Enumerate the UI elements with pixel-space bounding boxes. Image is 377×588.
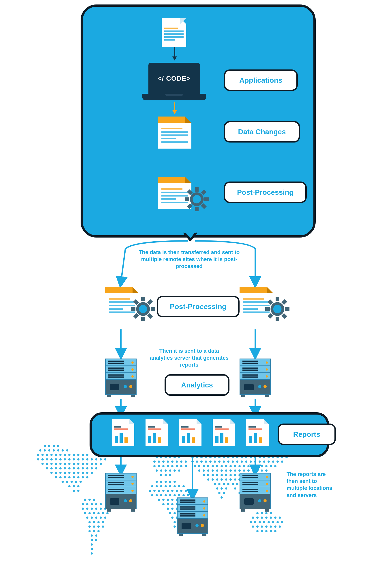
report-doc-icon [246, 419, 269, 446]
distribution-server [240, 473, 271, 512]
caption-transfer: The data is then transferred and sent to… [137, 249, 242, 270]
report-doc-icon [112, 419, 134, 446]
gear-icon [134, 300, 152, 318]
label-analytics: Analytics [165, 374, 229, 396]
report-doc-icon [145, 419, 168, 446]
caption-distribute: The reports are then sent to multiple lo… [287, 471, 336, 499]
caption-analytics: Then it is sent to a data analytics serv… [148, 347, 231, 368]
label-reports: Reports [278, 424, 336, 445]
analytics-server-left [105, 358, 137, 397]
label-post-processing-mid: Post-Processing [157, 296, 240, 317]
analytics-server-right [240, 358, 271, 397]
distribution-server [105, 473, 137, 512]
report-doc-icon [179, 419, 201, 446]
gear-icon [269, 300, 286, 318]
distribution-server [177, 497, 208, 536]
report-doc-icon [213, 419, 235, 446]
